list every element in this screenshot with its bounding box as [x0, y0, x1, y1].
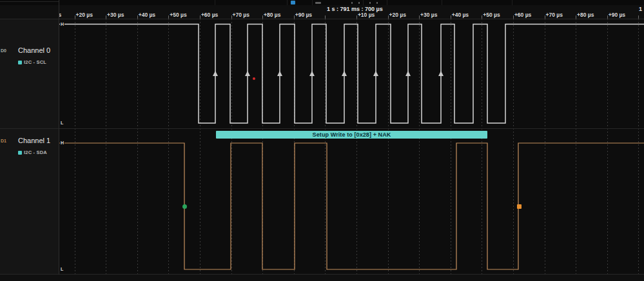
analyzer-chip[interactable]: I2C - SDA [18, 150, 47, 155]
logic-analyzer-window: 1 s : 791 ms : 700 µs 1 +10 µs+20 µs+30 … [0, 0, 644, 281]
analyzer-label: I2C - SCL [24, 59, 46, 65]
waveform-plot-area[interactable]: Setup Write to [0x28] + NAK HLHL [59, 0, 644, 275]
analyzer-chip[interactable]: I2C - SCL [18, 59, 46, 65]
analyzer-color-icon [18, 61, 22, 64]
channel-row-1[interactable]: D1 Channel 1 I2C - SDA [0, 137, 59, 162]
channel-name[interactable]: Channel 1 [18, 137, 50, 144]
channel-id-badge: D0 [1, 48, 6, 53]
sda-waveform [59, 0, 644, 275]
i2c-start-marker [182, 204, 187, 209]
sidebar-plot-divider [59, 0, 59, 281]
channel-id-badge: D1 [1, 139, 6, 143]
channel-name[interactable]: Channel 0 [18, 46, 50, 54]
row-separator [0, 128, 644, 129]
channel-sidebar: D0 Channel 0 I2C - SCL D1 Channel 1 I2C … [0, 19, 59, 274]
analyzer-label: I2C - SDA [24, 150, 47, 155]
bottom-strip [0, 275, 644, 281]
high-level-label: H [60, 140, 64, 146]
toolbar-corner-divider [0, 1, 59, 2]
low-level-label: L [60, 267, 64, 272]
row-separator [0, 19, 644, 19]
analyzer-color-icon [18, 151, 22, 155]
i2c-stop-marker [517, 204, 522, 209]
channel-row-0[interactable]: D0 Channel 0 I2C - SCL [0, 46, 59, 72]
